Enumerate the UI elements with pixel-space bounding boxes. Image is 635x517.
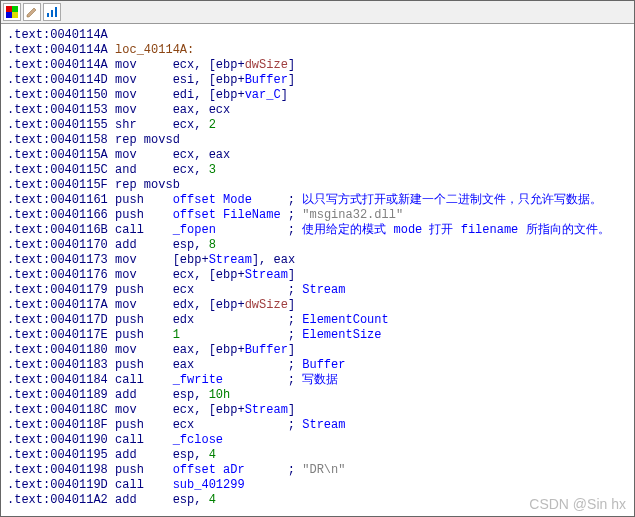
asm-token: ; bbox=[281, 208, 303, 222]
asm-token: mov [ebp+ bbox=[115, 253, 209, 267]
address: .text:0040114A bbox=[7, 58, 115, 72]
asm-token: mov eax, ecx bbox=[115, 103, 230, 117]
asm-line[interactable]: .text:0040114A bbox=[7, 28, 628, 43]
asm-token: ; bbox=[180, 328, 302, 342]
svg-rect-2 bbox=[6, 12, 12, 18]
asm-token: "DR\n" bbox=[302, 463, 345, 477]
asm-token: push bbox=[115, 328, 173, 342]
asm-line[interactable]: .text:004011A2 add esp, 4 bbox=[7, 493, 628, 508]
asm-token: add esp, bbox=[115, 388, 209, 402]
address: .text:0040114D bbox=[7, 73, 115, 87]
asm-line[interactable]: .text:00401198 push offset aDr ; "DR\n" bbox=[7, 463, 628, 478]
asm-line[interactable]: .text:00401173 mov [ebp+Stream], eax bbox=[7, 253, 628, 268]
asm-line[interactable]: .text:0040118F push ecx ; Stream bbox=[7, 418, 628, 433]
asm-line[interactable]: .text:0040115F rep movsb bbox=[7, 178, 628, 193]
asm-line[interactable]: .text:0040117D push edx ; ElementCount bbox=[7, 313, 628, 328]
asm-token: mov ecx, [ebp+ bbox=[115, 58, 245, 72]
asm-token: _fopen bbox=[173, 223, 216, 237]
asm-token: ElementSize bbox=[302, 328, 381, 342]
asm-token: 8 bbox=[209, 238, 216, 252]
asm-token: push edx ; bbox=[115, 313, 302, 327]
asm-line[interactable]: .text:0040114A loc_40114A: bbox=[7, 43, 628, 58]
asm-line[interactable]: .text:0040118C mov ecx, [ebp+Stream] bbox=[7, 403, 628, 418]
color-swatch-icon[interactable] bbox=[3, 3, 21, 21]
asm-token: mov ecx, [ebp+ bbox=[115, 403, 245, 417]
asm-token: Stream bbox=[302, 283, 345, 297]
asm-token: shr ecx, bbox=[115, 118, 209, 132]
asm-token: call bbox=[115, 478, 173, 492]
asm-token: var_C bbox=[245, 88, 281, 102]
asm-line[interactable]: .text:00401184 call _fwrite ; 写数据 bbox=[7, 373, 628, 388]
asm-line[interactable]: .text:00401195 add esp, 4 bbox=[7, 448, 628, 463]
address: .text:00401180 bbox=[7, 343, 115, 357]
asm-token: and ecx, bbox=[115, 163, 209, 177]
address: .text:00401155 bbox=[7, 118, 115, 132]
address: .text:00401195 bbox=[7, 448, 115, 462]
address: .text:00401183 bbox=[7, 358, 115, 372]
asm-token: Buffer bbox=[245, 343, 288, 357]
asm-line[interactable]: .text:00401179 push ecx ; Stream bbox=[7, 283, 628, 298]
asm-token: offset aDr bbox=[173, 463, 245, 477]
address: .text:0040114A bbox=[7, 28, 108, 42]
asm-line[interactable]: .text:0040114A mov ecx, [ebp+dwSize] bbox=[7, 58, 628, 73]
address: .text:00401170 bbox=[7, 238, 115, 252]
asm-line[interactable]: .text:00401189 add esp, 10h bbox=[7, 388, 628, 403]
asm-line[interactable]: .text:0040116B call _fopen ; 使用给定的模式 mod… bbox=[7, 223, 628, 238]
asm-token: add esp, bbox=[115, 238, 209, 252]
asm-line[interactable]: .text:00401180 mov eax, [ebp+Buffer] bbox=[7, 343, 628, 358]
address: .text:004011A2 bbox=[7, 493, 115, 507]
asm-token: offset FileName bbox=[173, 208, 281, 222]
asm-line[interactable]: .text:00401183 push eax ; Buffer bbox=[7, 358, 628, 373]
asm-token: ; bbox=[216, 223, 302, 237]
asm-line[interactable]: .text:00401155 shr ecx, 2 bbox=[7, 118, 628, 133]
asm-line[interactable]: .text:0040117E push 1 ; ElementSize bbox=[7, 328, 628, 343]
asm-line[interactable]: .text:00401153 mov eax, ecx bbox=[7, 103, 628, 118]
svg-rect-1 bbox=[12, 6, 18, 12]
asm-token: ] bbox=[281, 88, 288, 102]
asm-token: push eax ; bbox=[115, 358, 302, 372]
asm-token: mov edi, [ebp+ bbox=[115, 88, 245, 102]
address: .text:00401166 bbox=[7, 208, 115, 222]
asm-token: _fwrite bbox=[173, 373, 223, 387]
address: .text:00401198 bbox=[7, 463, 115, 477]
asm-token: mov esi, [ebp+ bbox=[115, 73, 245, 87]
asm-line[interactable]: .text:00401170 add esp, 8 bbox=[7, 238, 628, 253]
asm-token: mov ecx, eax bbox=[115, 148, 230, 162]
asm-token: add esp, bbox=[115, 493, 209, 507]
asm-token: ] bbox=[288, 403, 295, 417]
asm-token: add esp, bbox=[115, 448, 209, 462]
asm-line[interactable]: .text:00401190 call _fclose bbox=[7, 433, 628, 448]
asm-token: push ecx ; bbox=[115, 418, 302, 432]
asm-line[interactable]: .text:00401158 rep movsd bbox=[7, 133, 628, 148]
asm-token: 1 bbox=[173, 328, 180, 342]
asm-line[interactable]: .text:00401176 mov ecx, [ebp+Stream] bbox=[7, 268, 628, 283]
address: .text:00401190 bbox=[7, 433, 115, 447]
asm-token: 4 bbox=[209, 493, 216, 507]
asm-token: push ecx ; bbox=[115, 283, 302, 297]
asm-token: 以只写方式打开或新建一个二进制文件，只允许写数据。 bbox=[302, 193, 602, 207]
asm-token: mov ecx, [ebp+ bbox=[115, 268, 245, 282]
svg-rect-0 bbox=[6, 6, 12, 12]
asm-line[interactable]: .text:00401161 push offset Mode ; 以只写方式打… bbox=[7, 193, 628, 208]
asm-token: Buffer bbox=[302, 358, 345, 372]
asm-line[interactable]: .text:0040117A mov edx, [ebp+dwSize] bbox=[7, 298, 628, 313]
asm-line[interactable]: .text:0040115C and ecx, 3 bbox=[7, 163, 628, 178]
asm-token: push bbox=[115, 463, 173, 477]
asm-token: dwSize bbox=[245, 58, 288, 72]
disassembly-listing[interactable]: .text:0040114A.text:0040114A loc_40114A:… bbox=[1, 24, 634, 512]
address: .text:00401158 bbox=[7, 133, 115, 147]
svg-rect-3 bbox=[12, 12, 18, 18]
asm-line[interactable]: .text:0040114D mov esi, [ebp+Buffer] bbox=[7, 73, 628, 88]
asm-line[interactable]: .text:00401166 push offset FileName ; "m… bbox=[7, 208, 628, 223]
address: .text:0040117A bbox=[7, 298, 115, 312]
asm-token: 使用给定的模式 mode 打开 filename 所指向的文件。 bbox=[302, 223, 609, 237]
chart-icon[interactable] bbox=[43, 3, 61, 21]
asm-token: ] bbox=[288, 343, 295, 357]
pencil-icon[interactable] bbox=[23, 3, 41, 21]
asm-line[interactable]: .text:0040115A mov ecx, eax bbox=[7, 148, 628, 163]
asm-line[interactable]: .text:00401150 mov edi, [ebp+var_C] bbox=[7, 88, 628, 103]
address: .text:0040115C bbox=[7, 163, 115, 177]
asm-line[interactable]: .text:0040119D call sub_401299 bbox=[7, 478, 628, 493]
address: .text:0040115A bbox=[7, 148, 115, 162]
asm-token: 10h bbox=[209, 388, 231, 402]
